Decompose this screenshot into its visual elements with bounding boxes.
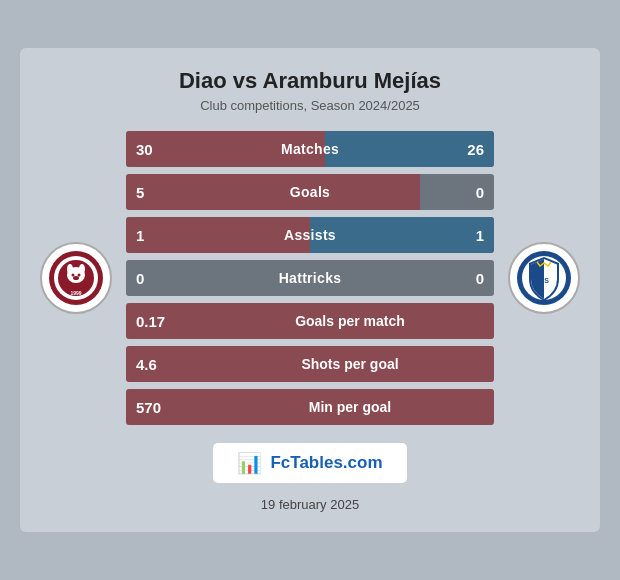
stat-row-spg: 4.6Shots per goal	[126, 346, 494, 382]
stat-val-right-hattricks: 0	[434, 270, 494, 287]
stat-label-goals: Goals	[186, 184, 434, 200]
right-club-emblem: RS	[515, 249, 573, 307]
stats-area: 1999 30Matches265Goals01Assists10Hattric…	[36, 131, 584, 425]
svg-text:RS: RS	[539, 277, 549, 284]
stat-label-matches: Matches	[186, 141, 434, 157]
fctables-box: 📊 FcTables.com	[213, 443, 406, 483]
stat-val-left-assists: 1	[126, 227, 186, 244]
fctables-badge: 📊 FcTables.com	[36, 443, 584, 483]
page-subtitle: Club competitions, Season 2024/2025	[36, 98, 584, 113]
stat-row-mpg: 570Min per goal	[126, 389, 494, 425]
stat-val-right-matches: 26	[434, 141, 494, 158]
stat-label-gpm: Goals per match	[206, 313, 494, 329]
stat-val-right-goals: 0	[434, 184, 494, 201]
svg-point-4	[67, 264, 73, 274]
right-logo-circle: RS	[508, 242, 580, 314]
left-logo-circle: 1999	[40, 242, 112, 314]
stat-val-left-hattricks: 0	[126, 270, 186, 287]
comparison-card: Diao vs Aramburu Mejías Club competition…	[20, 48, 600, 532]
svg-point-7	[78, 274, 81, 277]
stat-row-hattricks: 0Hattricks0	[126, 260, 494, 296]
stat-val-left-gpm: 0.17	[126, 313, 206, 330]
right-club-logo: RS	[504, 242, 584, 314]
svg-point-8	[73, 276, 79, 280]
stat-row-assists: 1Assists1	[126, 217, 494, 253]
svg-point-5	[79, 264, 85, 274]
fctables-icon: 📊	[237, 451, 262, 475]
left-club-logo: 1999	[36, 242, 116, 314]
page-title: Diao vs Aramburu Mejías	[36, 68, 584, 94]
stat-val-left-matches: 30	[126, 141, 186, 158]
stat-val-right-assists: 1	[434, 227, 494, 244]
left-club-emblem: 1999	[47, 249, 105, 307]
fctables-text: FcTables.com	[270, 453, 382, 473]
stat-row-gpm: 0.17Goals per match	[126, 303, 494, 339]
svg-text:1999: 1999	[70, 290, 81, 296]
stat-label-assists: Assists	[186, 227, 434, 243]
footer-date: 19 february 2025	[36, 497, 584, 512]
stat-row-goals: 5Goals0	[126, 174, 494, 210]
stat-row-matches: 30Matches26	[126, 131, 494, 167]
stat-label-mpg: Min per goal	[206, 399, 494, 415]
stats-bars: 30Matches265Goals01Assists10Hattricks00.…	[126, 131, 494, 425]
stat-label-hattricks: Hattricks	[186, 270, 434, 286]
stat-label-spg: Shots per goal	[206, 356, 494, 372]
stat-val-left-mpg: 570	[126, 399, 206, 416]
svg-point-6	[72, 274, 75, 277]
stat-val-left-spg: 4.6	[126, 356, 206, 373]
stat-val-left-goals: 5	[126, 184, 186, 201]
